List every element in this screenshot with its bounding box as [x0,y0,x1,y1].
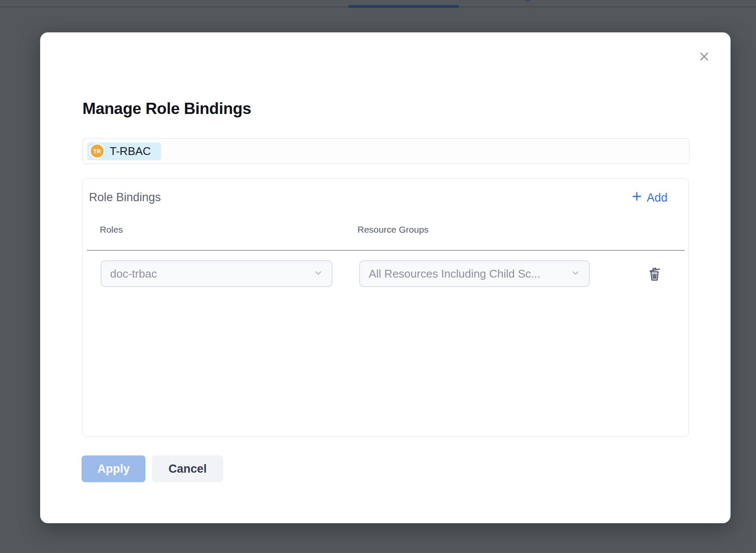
trash-icon [646,264,663,284]
close-button[interactable] [695,48,714,67]
screen: Manage Role Bindings User TR T-RBAC Role… [0,0,756,553]
add-role-binding-button[interactable]: Add [631,191,667,205]
selected-user-name: T-RBAC [110,145,151,158]
background-partial-icon [525,0,531,2]
column-header-roles: Roles [100,224,123,235]
role-binding-row: doc-trbac All Resources Including Child … [83,260,688,287]
manage-role-bindings-dialog: Manage Role Bindings User TR T-RBAC Role… [40,32,731,523]
delete-row-button[interactable] [645,264,664,284]
role-dropdown[interactable]: doc-trbac [101,260,332,287]
role-dropdown-value: doc-trbac [110,267,157,281]
dialog-title: Manage Role Bindings [82,100,251,118]
column-header-resource-groups: Resource Groups [357,224,429,235]
resource-group-dropdown[interactable]: All Resources Including Child Sc... [359,260,590,287]
role-bindings-card: Role Bindings Add Roles Resource Groups … [82,178,689,437]
cancel-button[interactable]: Cancel [152,455,223,482]
user-select-field[interactable]: TR T-RBAC [82,138,690,164]
avatar: TR [91,145,104,158]
selected-user-chip[interactable]: TR T-RBAC [87,142,161,160]
resource-group-dropdown-value: All Resources Including Child Sc... [369,267,540,281]
apply-button[interactable]: Apply [82,455,146,482]
background-active-tab-underline [348,5,459,8]
close-icon [698,50,711,65]
role-bindings-section-title: Role Bindings [89,191,161,204]
plus-icon [631,191,642,205]
chevron-down-icon [313,268,323,279]
table-header-divider [87,250,685,251]
add-button-label: Add [647,191,667,205]
chevron-down-icon [571,268,580,279]
